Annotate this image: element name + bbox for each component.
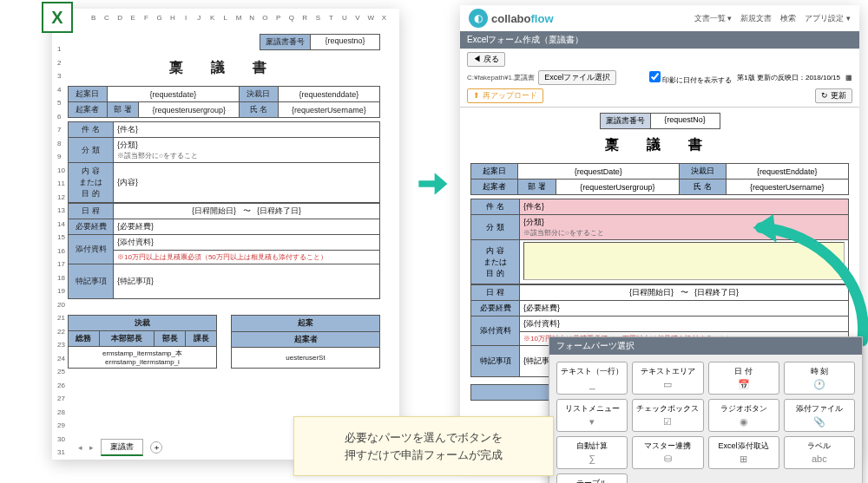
remark-label: 特記事項	[69, 264, 114, 299]
palette-title: フォームパーツ選択	[549, 337, 862, 355]
form-title: 稟 議 書	[68, 59, 380, 77]
top-nav: 文書一覧 ▾ 新規文書 検索 アプリ設定 ▾	[694, 13, 851, 24]
sheet-tab[interactable]: 稟議書	[101, 439, 143, 456]
part-icon: ☑	[663, 416, 672, 428]
part-icon: ▭	[663, 379, 672, 390]
approval-title: 決裁	[69, 316, 217, 331]
cf-form-title: 稟 議 書	[470, 136, 849, 154]
excel-column-headers: BCDEFGHIJKLMNOPQRSTUVWX	[68, 14, 391, 22]
part-icon: 📅	[738, 379, 750, 390]
schedule-start: {日程開始日}	[192, 206, 236, 215]
part-icon: 📎	[813, 416, 825, 428]
version-label: 第1版 更新の反映日：2018/10/15	[737, 73, 840, 82]
stamp-row: ermstamp_itermstamp_本ermstamp_itermstamp…	[69, 347, 217, 369]
reupload-button[interactable]: ⬆ 再アップロード	[467, 88, 543, 103]
part-icon: ⊞	[740, 454, 747, 465]
parts-palette: フォームパーツ選択 テキスト（一行）⎯テキストエリア▭日 付📅時 刻🕐リストメニ…	[549, 336, 863, 483]
part-3[interactable]: 時 刻🕐	[784, 362, 855, 395]
dept-value: {requesterusergroup}	[139, 102, 240, 118]
nav-newdoc[interactable]: 新規文書	[740, 13, 772, 24]
req-date-label: 起案日	[69, 87, 108, 102]
file-select-button[interactable]: Excelファイル選択	[538, 70, 616, 85]
part-5[interactable]: チェックボックス☑	[632, 399, 703, 432]
req-user-label: 起案者	[69, 102, 108, 118]
logo-icon: ◐	[469, 9, 488, 28]
collaboflow-logo: ◐ collaboflow	[469, 9, 554, 28]
excel-icon: X	[42, 2, 73, 33]
content-value: {内容}	[114, 163, 380, 203]
sheet-nav-prev[interactable]: ◂	[78, 443, 82, 452]
part-12[interactable]: テーブル▦	[556, 473, 628, 483]
attach-label: 添付資料	[69, 235, 114, 264]
cf-subject-value[interactable]: {件名}	[520, 199, 849, 215]
cf-docno-label: 稟議書番号	[600, 113, 651, 129]
attach-value: {添付資料}	[114, 235, 380, 251]
category-label: 分 類	[69, 138, 114, 163]
part-11[interactable]: ラベルabc	[784, 436, 855, 469]
part-icon: ⎯	[589, 379, 595, 389]
schedule-end: {日程終了日}	[257, 206, 301, 215]
doc-number-value: {requestno}	[311, 34, 380, 50]
cost-value: {必要経費}	[114, 219, 380, 235]
nav-appsettings[interactable]: アプリ設定 ▾	[805, 13, 851, 24]
update-button[interactable]: ↻ 更新	[815, 88, 852, 103]
approval-table-left: 決裁 総務 本部部長 部長 課長 ermstamp_itermstamp_本er…	[68, 315, 217, 369]
name-label: 氏 名	[240, 102, 279, 118]
part-2[interactable]: 日 付📅	[708, 362, 779, 395]
nav-search[interactable]: 検索	[780, 13, 796, 24]
part-icon: ▾	[589, 416, 595, 428]
cost-label: 必要経費	[69, 219, 114, 235]
dept-label: 部 署	[107, 102, 139, 118]
explain-callout: 必要なパーツを選んでボタンを 押すだけで申請フォームが完成	[293, 416, 554, 476]
doc-number-label: 稟議書番号	[260, 34, 311, 50]
part-icon: abc	[812, 454, 827, 464]
arrow-right-icon	[412, 165, 450, 211]
subject-value: {件名}	[114, 122, 380, 138]
remark-value: {特記事項}	[114, 264, 380, 299]
part-icon: 🕐	[813, 379, 825, 390]
name-value: {requesterUsername}	[278, 102, 379, 118]
cf-subject-label: 件 名	[471, 199, 520, 215]
page-bar: Excelフォーム作成（稟議書）	[460, 31, 859, 49]
part-0[interactable]: テキスト（一行）⎯	[556, 362, 628, 395]
approval-table-right: 起案 起案者 uesteruserSt	[231, 315, 380, 369]
add-sheet-button[interactable]: ＋	[150, 441, 162, 454]
part-1[interactable]: テキストエリア▭	[632, 362, 703, 395]
nav-doclist[interactable]: 文書一覧 ▾	[694, 13, 733, 24]
schedule-tilde: 〜	[243, 206, 251, 215]
part-7[interactable]: 添付ファイル📎	[784, 399, 855, 432]
cf-docno-value: {requestNo}	[651, 113, 720, 129]
stamp-date-checkbox[interactable]: 印影に日付を表示する	[649, 71, 732, 85]
excel-row-numbers: 1234567891011121314151617181920212223242…	[57, 43, 65, 460]
part-8[interactable]: 自動計算∑	[556, 436, 628, 469]
part-4[interactable]: リストメニュー▾	[556, 399, 628, 432]
req-date-value: {requestdate}	[107, 87, 240, 102]
sheet-nav-next[interactable]: ▸	[89, 443, 94, 452]
part-6[interactable]: ラジオボタン◉	[708, 399, 779, 432]
schedule-label: 日 程	[69, 204, 114, 219]
subject-label: 件 名	[69, 122, 114, 138]
dec-date-value: {requestenddate}	[278, 87, 379, 102]
category-value: {分類}	[117, 140, 138, 149]
cf-category-label: 分 類	[471, 215, 520, 240]
category-note: ※該当部分に○をすること	[117, 152, 198, 160]
upload-icon: ⬆	[473, 91, 480, 100]
attach-note: ※10万円以上は見積票必須（50万円以上は相見積も添付すること）	[117, 253, 327, 261]
part-icon: ∑	[589, 454, 595, 464]
dec-date-label: 決裁日	[240, 87, 279, 102]
part-9[interactable]: マスター連携⛁	[632, 436, 703, 469]
approval-right-title: 起案	[232, 316, 380, 332]
content-label: 内 容 または 目 的	[69, 163, 114, 203]
cf-content-textarea[interactable]	[523, 242, 845, 280]
excel-panel: BCDEFGHIJKLMNOPQRSTUVWX 1234567891011121…	[52, 9, 399, 460]
part-10[interactable]: Excel添付取込⊞	[708, 436, 779, 469]
back-button[interactable]: ◀ 戻る	[467, 52, 505, 67]
part-icon: ⛁	[664, 454, 672, 465]
part-icon: ◉	[740, 416, 748, 428]
file-path: C:¥fakepath¥1.稟議書	[467, 73, 535, 82]
cf-content-label: 内 容 または 目 的	[471, 240, 520, 284]
calendar-icon[interactable]: ▦	[845, 74, 852, 82]
